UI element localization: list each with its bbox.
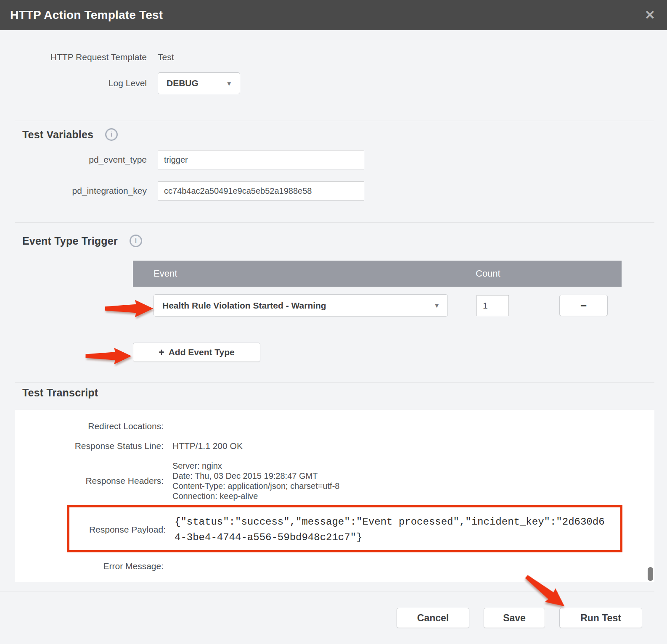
event-type-dropdown[interactable]: Health Rule Violation Started - Warning …	[154, 294, 448, 317]
test-variables-section: Test Variables i pd_event_type pd_integr…	[0, 121, 667, 222]
header-line: Content-Type: application/json; charset=…	[172, 481, 339, 491]
response-status-label: Response Status Line:	[15, 441, 164, 451]
add-event-type-button[interactable]: + Add Event Type	[133, 343, 260, 362]
plus-icon: +	[159, 347, 164, 358]
dialog-titlebar: HTTP Action Template Test ✕	[0, 0, 667, 30]
request-template-label: HTTP Request Template	[0, 52, 147, 62]
request-template-row: HTTP Request Template Test	[0, 52, 667, 62]
response-payload-label: Response Payload:	[69, 524, 166, 535]
header-line: Date: Thu, 03 Dec 2015 19:28:47 GMT	[172, 471, 339, 481]
redirect-locations-row: Redirect Locations:	[15, 421, 654, 432]
pd-integration-key-input[interactable]	[158, 181, 364, 201]
response-payload-value: {"status":"success","message":"Event pro…	[175, 514, 609, 545]
close-icon[interactable]: ✕	[641, 7, 659, 23]
save-button[interactable]: Save	[484, 608, 545, 628]
header-line: Connection: keep-alive	[172, 491, 339, 501]
test-variables-heading: Test Variables	[22, 129, 93, 141]
response-status-value: HTTP/1.1 200 OK	[172, 441, 243, 451]
log-level-label: Log Level	[0, 78, 147, 88]
log-level-selected-value: DEBUG	[167, 78, 199, 88]
response-status-row: Response Status Line: HTTP/1.1 200 OK	[15, 441, 654, 451]
chevron-down-icon: ▼	[226, 80, 232, 87]
info-icon[interactable]: i	[130, 235, 142, 247]
add-event-type-label: Add Event Type	[169, 347, 235, 357]
dialog-title: HTTP Action Template Test	[10, 8, 163, 22]
response-headers-row: Response Headers: Server: nginx Date: Th…	[15, 461, 654, 501]
response-headers-label: Response Headers:	[15, 461, 164, 486]
pd-event-type-row: pd_event_type	[0, 150, 667, 169]
count-column-header: Count	[476, 268, 500, 279]
save-label: Save	[503, 612, 526, 624]
test-transcript-heading: Test Transcript	[22, 387, 98, 399]
remove-event-button[interactable]: −	[559, 295, 608, 316]
error-message-row: Error Message:	[15, 561, 654, 572]
pd-integration-key-row: pd_integration_key	[0, 181, 667, 201]
count-input[interactable]	[476, 295, 509, 316]
event-type-trigger-heading: Event Type Trigger	[22, 235, 118, 247]
response-headers-value: Server: nginx Date: Thu, 03 Dec 2015 19:…	[172, 461, 339, 501]
header-line: Server: nginx	[172, 461, 339, 471]
cancel-label: Cancel	[417, 612, 449, 624]
footer-actions: Cancel Save Run Test	[0, 591, 667, 628]
log-level-dropdown[interactable]: DEBUG ▼	[158, 72, 240, 94]
test-transcript-section: Test Transcript Redirect Locations: Resp…	[0, 383, 667, 582]
event-table-header: Event Count	[133, 261, 622, 287]
cancel-button[interactable]: Cancel	[397, 608, 469, 628]
redirect-locations-label: Redirect Locations:	[15, 421, 164, 432]
chevron-down-icon: ▼	[434, 302, 440, 309]
info-icon[interactable]: i	[105, 128, 118, 141]
event-column-header: Event	[133, 268, 177, 279]
event-table-row: Health Rule Violation Started - Warning …	[133, 294, 622, 317]
request-template-value: Test	[158, 52, 174, 62]
error-message-label: Error Message:	[15, 561, 164, 572]
pd-integration-key-label: pd_integration_key	[0, 186, 147, 196]
top-form-section: HTTP Request Template Test Log Level DEB…	[0, 30, 667, 121]
pd-event-type-label: pd_event_type	[0, 155, 147, 165]
log-level-row: Log Level DEBUG ▼	[0, 72, 667, 94]
run-test-button[interactable]: Run Test	[559, 608, 642, 628]
pd-event-type-input[interactable]	[158, 150, 364, 169]
event-type-selected-value: Health Rule Violation Started - Warning	[162, 301, 326, 311]
event-table: Event Count Health Rule Violation Starte…	[133, 261, 622, 317]
run-test-label: Run Test	[580, 612, 621, 624]
event-type-trigger-section: Event Type Trigger i Event Count Health …	[0, 223, 667, 382]
response-payload-highlight-box: Response Payload: {"status":"success","m…	[67, 505, 622, 552]
transcript-panel: Redirect Locations: Response Status Line…	[15, 410, 654, 582]
scrollbar-thumb[interactable]	[648, 567, 653, 581]
